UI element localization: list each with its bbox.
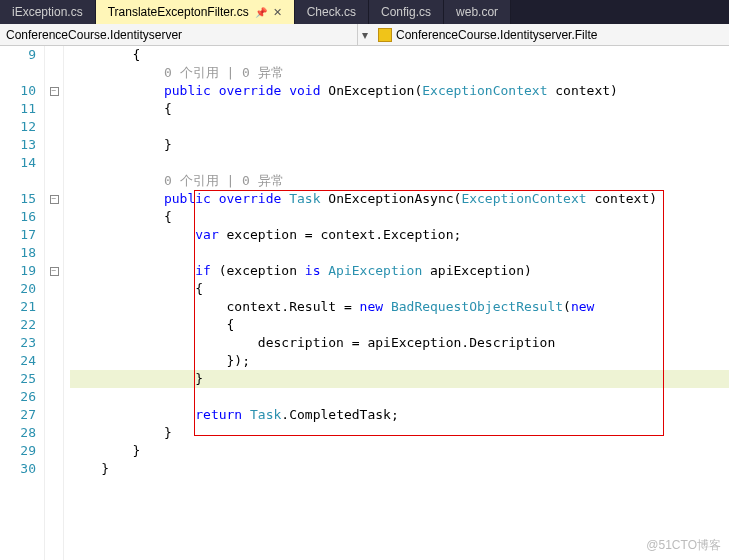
namespace-icon: [378, 28, 392, 42]
tab-check[interactable]: Check.cs: [295, 0, 369, 24]
code-area[interactable]: { 0 个引用 | 0 异常 public override void OnEx…: [64, 46, 729, 560]
code-editor[interactable]: 9 10 11 12 13 14 15 16 17 18 19 20 21 22…: [0, 46, 729, 560]
breadcrumb-namespace[interactable]: ConferenceCourse.Identityserver: [0, 24, 358, 45]
fold-toggle-icon[interactable]: −: [50, 267, 59, 276]
close-icon[interactable]: ✕: [273, 6, 282, 19]
tab-translateexceptonfilter[interactable]: TranslateExceptonFilter.cs📌✕: [96, 0, 295, 24]
fold-toggle-icon[interactable]: −: [50, 195, 59, 204]
breadcrumb-member[interactable]: ConferenceCourse.Identityserver.Filte: [372, 24, 729, 45]
tab-webconfig[interactable]: web.cor: [444, 0, 511, 24]
watermark: @51CTO博客: [646, 537, 721, 554]
chevron-down-icon[interactable]: ▾: [358, 28, 372, 42]
editor-tabs: iException.cs TranslateExceptonFilter.cs…: [0, 0, 729, 24]
pin-icon[interactable]: 📌: [255, 7, 267, 18]
tab-iexception[interactable]: iException.cs: [0, 0, 96, 24]
breadcrumb: ConferenceCourse.Identityserver ▾ Confer…: [0, 24, 729, 46]
tab-config[interactable]: Config.cs: [369, 0, 444, 24]
line-numbers: 9 10 11 12 13 14 15 16 17 18 19 20 21 22…: [0, 46, 44, 560]
fold-toggle-icon[interactable]: −: [50, 87, 59, 96]
fold-gutter: − − −: [44, 46, 64, 560]
